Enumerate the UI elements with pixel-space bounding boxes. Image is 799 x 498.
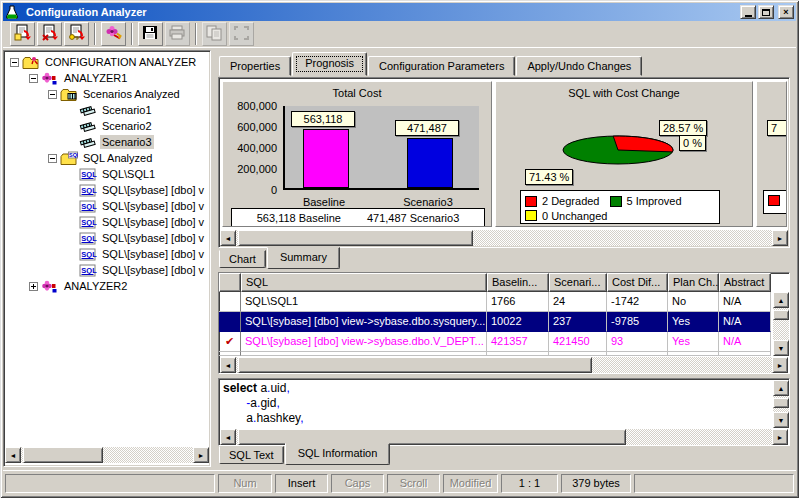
scroll-right-icon[interactable]: ►: [772, 230, 788, 246]
sql-text-panel: select a.uid, -a.gid, a.hashkey, ▲▼◄►: [218, 378, 790, 446]
scroll-up-icon[interactable]: ▲: [773, 292, 789, 308]
scroll-left-icon[interactable]: ◄: [220, 429, 236, 445]
print-button[interactable]: [165, 22, 190, 46]
status-panel-blank: [5, 474, 215, 493]
tab-properties[interactable]: Properties: [219, 56, 291, 76]
close-button[interactable]: ×: [778, 5, 794, 19]
scroll-left-icon[interactable]: ◄: [220, 230, 236, 246]
status-bar: NumInsertCapsScrollModified1 : 1379 byte…: [3, 470, 796, 495]
tree-hscrollbar[interactable]: ◄►: [5, 447, 209, 463]
export-report-summary-button[interactable]: [10, 22, 35, 46]
tree-expander-icon[interactable]: [48, 154, 57, 163]
table-row[interactable]: SQL\[sybase] [dbo] view->sybase.dbo.V_EM…: [219, 352, 789, 356]
tree-item-configuration-analyzer[interactable]: CONFIGURATION ANALYZER: [4, 54, 210, 70]
table-row[interactable]: SQL\[sybase] [dbo] view->sybase.dbo.sysq…: [219, 312, 789, 332]
chart-hscrollbar[interactable]: ◄►: [220, 230, 788, 246]
tree-item-sql-sybase-dbo-v[interactable]: SQLSQL\[sybase] [dbo] v: [4, 262, 210, 278]
tab-configuration-parameters[interactable]: Configuration Parameters: [368, 56, 515, 76]
status-panel-caps: Caps: [331, 474, 384, 493]
tree-item-sql-sybase-dbo-v[interactable]: SQLSQL\[sybase] [dbo] v: [4, 214, 210, 230]
tree-item-analyzer1[interactable]: ANALYZER1: [4, 70, 210, 86]
column-header-abstract[interactable]: Abstract: [719, 273, 771, 292]
tree-item-sql-sybase-dbo-v[interactable]: SQLSQL\[sybase] [dbo] v: [4, 198, 210, 214]
partial-chart: 7: [756, 81, 787, 227]
table-vscrollbar[interactable]: ▲▼: [773, 292, 789, 356]
tab-sql-information[interactable]: SQL Information: [285, 443, 391, 465]
prognosis-chart-area: Total Cost 563,118 Baseline471,487 Scena…: [218, 77, 790, 248]
select-region-button[interactable]: [229, 22, 254, 46]
tab-sql-text[interactable]: SQL Text: [219, 446, 284, 464]
export-report-improved-button[interactable]: [64, 22, 89, 46]
sql-line: a.hashkey,: [223, 411, 771, 426]
x-axis-label: Baseline: [284, 196, 364, 208]
tree-expander-icon[interactable]: [29, 282, 38, 291]
tree-item-sql-sybase-dbo-v[interactable]: SQLSQL\[sybase] [dbo] v: [4, 230, 210, 246]
bar-legend-item: 471,487 Scenario3: [367, 212, 459, 224]
tree-expander-icon[interactable]: [29, 74, 38, 83]
cell: 421450: [549, 332, 607, 352]
column-header-baselin-[interactable]: Baselin...: [487, 273, 549, 292]
maximize-button[interactable]: [758, 5, 774, 19]
analyzer-tree[interactable]: CONFIGURATION ANALYZERANALYZER1Scenarios…: [3, 50, 211, 467]
column-header-sql[interactable]: SQL: [241, 273, 487, 292]
tab-summary[interactable]: Summary: [267, 247, 340, 269]
column-header-cost-dif-[interactable]: Cost Dif...: [607, 273, 668, 292]
report-arrow-icon: [14, 24, 32, 44]
sql-icon: SQL: [79, 247, 97, 262]
row-flag-cell: [219, 312, 241, 332]
scroll-up-icon[interactable]: ▲: [773, 380, 789, 396]
status-panel-scroll: Scroll: [387, 474, 440, 493]
tree-item-label: SQL Analyzed: [81, 151, 154, 165]
bar-baseline: [303, 129, 349, 188]
scroll-down-icon[interactable]: ▼: [773, 340, 789, 356]
scroll-right-icon[interactable]: ►: [772, 357, 788, 373]
tree-item-sql-sybase-dbo-v[interactable]: SQLSQL\[sybase] [dbo] v: [4, 182, 210, 198]
cell: No: [668, 352, 719, 356]
tree-item-label: Scenario2: [100, 119, 154, 133]
configure-analyzer-button[interactable]: [101, 22, 126, 46]
tree-item-label: SQL\[sybase] [dbo] v: [100, 247, 206, 261]
chart-summary-tabs: ChartSummary: [219, 250, 341, 274]
tree-item-sql-analyzed[interactable]: SQLSQL Analyzed: [4, 150, 210, 166]
tree-item-analyzer2[interactable]: ANALYZER2: [4, 278, 210, 294]
tab-apply-undo-changes[interactable]: Apply/Undo Changes: [516, 56, 642, 76]
tree-item-scenario3[interactable]: Scenario3: [4, 134, 210, 150]
tree-expander-icon[interactable]: [48, 90, 57, 99]
status-panel-modified: Modified: [443, 474, 498, 493]
column-header-plan-ch-[interactable]: Plan Ch...: [668, 273, 719, 292]
table-row[interactable]: SQL\SQL1176624-1742NoN/A: [219, 292, 789, 312]
scroll-right-icon[interactable]: ►: [772, 429, 788, 445]
titlebar: Configuration Analyzer ×: [3, 3, 796, 21]
y-tick-label: 0: [223, 184, 277, 196]
scenario-icon: [79, 119, 97, 134]
tree-item-scenarios-analyzed[interactable]: Scenarios Analyzed: [4, 86, 210, 102]
tree-item-sql-sql1[interactable]: SQLSQL\SQL1: [4, 166, 210, 182]
scroll-down-icon[interactable]: ▼: [773, 412, 789, 428]
table-hscrollbar[interactable]: ◄►: [220, 357, 788, 373]
save-button[interactable]: [138, 22, 163, 46]
sql-editor[interactable]: select a.uid, -a.gid, a.hashkey,: [221, 381, 771, 427]
minimize-button[interactable]: [740, 5, 756, 19]
tree-expander-icon[interactable]: [10, 58, 19, 67]
column-header-scenari-[interactable]: Scenari...: [549, 273, 607, 292]
cell: N/A: [719, 352, 771, 356]
tree-item-sql-sybase-dbo-v[interactable]: SQLSQL\[sybase] [dbo] v: [4, 246, 210, 262]
scroll-right-icon[interactable]: ►: [193, 447, 209, 463]
copy-button[interactable]: [202, 22, 227, 46]
tab-chart[interactable]: Chart: [219, 250, 266, 268]
tab-prognosis[interactable]: Prognosis: [292, 52, 367, 76]
column-header-gutter[interactable]: [219, 273, 241, 292]
scroll-left-icon[interactable]: ◄: [5, 447, 21, 463]
gear-key-icon: [105, 24, 123, 44]
tree-item-scenario2[interactable]: Scenario2: [4, 118, 210, 134]
table-row[interactable]: ✔SQL\[sybase] [dbo] view->sybase.dbo.V_D…: [219, 332, 789, 352]
app-window: Configuration Analyzer × CONFIGURATION A…: [0, 0, 799, 498]
sql-vscrollbar[interactable]: ▲▼: [773, 380, 789, 428]
cell: SQL\SQL1: [241, 292, 487, 312]
status-panel-379-bytes: 379 bytes: [561, 474, 631, 493]
tree-item-scenario1[interactable]: Scenario1: [4, 102, 210, 118]
tree-item-label: ANALYZER1: [62, 71, 129, 85]
export-report-degraded-button[interactable]: [37, 22, 62, 46]
scroll-left-icon[interactable]: ◄: [220, 357, 236, 373]
sql-line: select a.uid,: [223, 381, 771, 396]
